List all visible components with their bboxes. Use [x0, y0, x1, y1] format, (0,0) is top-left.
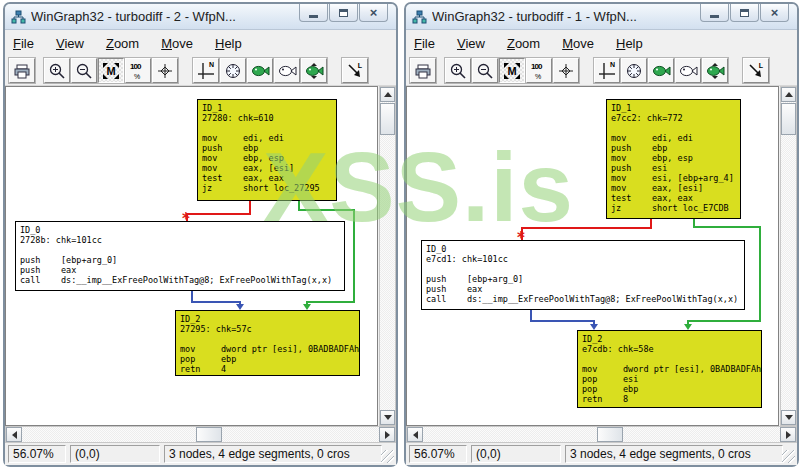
- menubar: File View Zoom Move Help: [5, 30, 396, 56]
- zoom-fit-button[interactable]: M: [98, 58, 124, 83]
- scroll-up-button[interactable]: [380, 87, 395, 102]
- scroll-left-button[interactable]: [407, 427, 423, 442]
- vertical-scroll-thumb[interactable]: [781, 103, 796, 135]
- zoom-in-icon: [449, 62, 467, 80]
- cursor-coordinates: (0,0): [70, 445, 160, 463]
- fisheye-move-button[interactable]: [301, 58, 327, 83]
- graph-canvas[interactable]: * ID_1 27280: chk=610 mov edi, edi push …: [5, 86, 378, 426]
- graph-node-id0[interactable]: ID_0 e7cd1: chk=101cc push [ebp+arg_0] p…: [421, 240, 745, 310]
- edge-flow: [191, 301, 241, 303]
- polar-view-button[interactable]: [621, 58, 647, 83]
- fisheye-button[interactable]: [247, 58, 273, 83]
- edge-layout-button[interactable]: L: [743, 58, 769, 83]
- fisheye-off-button[interactable]: [675, 58, 701, 83]
- graph-canvas[interactable]: * ID_1 e7cc2: chk=772 mov edi, edi push …: [406, 86, 779, 426]
- horizontal-scroll-thumb[interactable]: [196, 427, 222, 442]
- minimize-icon: [710, 15, 719, 18]
- menu-view[interactable]: View: [457, 36, 485, 51]
- origin-axes-button[interactable]: N: [193, 58, 219, 83]
- scroll-right-button[interactable]: [379, 427, 395, 442]
- scroll-down-button[interactable]: [781, 410, 796, 425]
- scroll-down-icon: [384, 415, 392, 420]
- vertical-scrollbar[interactable]: [780, 86, 797, 426]
- resize-grip[interactable]: [381, 450, 394, 463]
- edge-false: [521, 227, 652, 229]
- scroll-right-button[interactable]: [780, 427, 796, 442]
- wingraph-window-1: WinGraph32 - turbodiff - 1 - WfpN... × F…: [404, 2, 799, 467]
- edge-false: [249, 201, 251, 213]
- minimize-button[interactable]: [299, 4, 328, 22]
- zoom-level: 56.07%: [8, 445, 66, 463]
- titlebar[interactable]: WinGraph32 - turbodiff - 1 - WfpN... ×: [406, 4, 797, 30]
- menu-help[interactable]: Help: [616, 36, 643, 51]
- printer-icon: [13, 62, 31, 80]
- fisheye-green-icon: [250, 64, 270, 78]
- polar-view-button[interactable]: [220, 58, 246, 83]
- toolbar: M 100 % N: [5, 56, 396, 86]
- fisheye-outline-icon: [678, 64, 698, 78]
- menu-view[interactable]: View: [56, 36, 84, 51]
- fisheye-green-icon: [651, 64, 671, 78]
- graph-node-id0[interactable]: ID_0 2728b: chk=101cc push [ebp+arg_0] p…: [15, 221, 345, 291]
- maximize-icon: [740, 9, 749, 17]
- edge-layout-button[interactable]: L: [342, 58, 368, 83]
- maximize-button[interactable]: [730, 4, 759, 22]
- scroll-left-button[interactable]: [6, 427, 22, 442]
- edge-false: [186, 213, 251, 215]
- zoom-100-percent: %: [535, 73, 541, 80]
- menu-help[interactable]: Help: [215, 36, 242, 51]
- center-view-button[interactable]: [152, 58, 178, 83]
- close-button[interactable]: ×: [760, 4, 789, 22]
- graph-node-id1[interactable]: ID_1 e7cc2: chk=772 mov edi, edi push eb…: [606, 99, 741, 219]
- zoom-out-button[interactable]: [71, 58, 97, 83]
- vertical-scrollbar[interactable]: [379, 86, 396, 426]
- zoom-level: 56.07%: [409, 445, 467, 463]
- edge-true: [693, 226, 761, 228]
- close-button[interactable]: ×: [359, 4, 388, 22]
- graph-area: * ID_1 e7cc2: chk=772 mov edi, edi push …: [406, 86, 797, 426]
- graph-node-id2[interactable]: ID_2 27295: chk=57c mov dword ptr [esi],…: [175, 310, 360, 376]
- menu-file[interactable]: File: [13, 36, 34, 51]
- titlebar[interactable]: WinGraph32 - turbodiff - 2 - WfpN... ×: [5, 4, 396, 30]
- graph-stats: 3 nodes, 4 edge segments, 0 cros: [164, 445, 382, 463]
- scroll-up-button[interactable]: [781, 87, 796, 102]
- graph-node-id2[interactable]: ID_2 e7cdb: chk=58e mov dword ptr [esi],…: [577, 330, 762, 408]
- maximize-button[interactable]: [329, 4, 358, 22]
- minimize-button[interactable]: [700, 4, 729, 22]
- zoom-in-button[interactable]: [445, 58, 471, 83]
- fisheye-button[interactable]: [648, 58, 674, 83]
- zoom-100-label: 100: [531, 62, 541, 71]
- zoom-fit-button[interactable]: M: [499, 58, 525, 83]
- zoom-100-button[interactable]: 100 %: [526, 58, 552, 83]
- maximize-icon: [339, 9, 348, 17]
- menu-move[interactable]: Move: [562, 36, 594, 51]
- zoom-in-button[interactable]: [44, 58, 70, 83]
- app-icon: [412, 10, 427, 24]
- fisheye-off-button[interactable]: [274, 58, 300, 83]
- cursor-coordinates: (0,0): [471, 445, 561, 463]
- menu-move[interactable]: Move: [161, 36, 193, 51]
- menu-file[interactable]: File: [414, 36, 435, 51]
- zoom-out-button[interactable]: [472, 58, 498, 83]
- horizontal-scroll-thumb[interactable]: [597, 427, 623, 442]
- menu-zoom[interactable]: Zoom: [106, 36, 139, 51]
- center-view-button[interactable]: [553, 58, 579, 83]
- horizontal-scrollbar[interactable]: [5, 426, 396, 443]
- layout-label: L: [759, 62, 763, 69]
- vertical-scroll-thumb[interactable]: [380, 103, 395, 135]
- fisheye-green-arrows-icon: [705, 63, 725, 79]
- print-button[interactable]: [9, 58, 35, 83]
- graph-node-id1[interactable]: ID_1 27280: chk=610 mov edi, edi push eb…: [197, 99, 337, 201]
- print-button[interactable]: [410, 58, 436, 83]
- zoom-100-button[interactable]: 100 %: [125, 58, 151, 83]
- horizontal-scrollbar[interactable]: [406, 426, 797, 443]
- scroll-left-icon: [12, 431, 17, 439]
- origin-axes-button[interactable]: N: [594, 58, 620, 83]
- scroll-down-icon: [785, 415, 793, 420]
- printer-icon: [414, 62, 432, 80]
- resize-grip[interactable]: [782, 450, 795, 463]
- north-label: N: [610, 61, 615, 68]
- menu-zoom[interactable]: Zoom: [507, 36, 540, 51]
- scroll-down-button[interactable]: [380, 410, 395, 425]
- fisheye-move-button[interactable]: [702, 58, 728, 83]
